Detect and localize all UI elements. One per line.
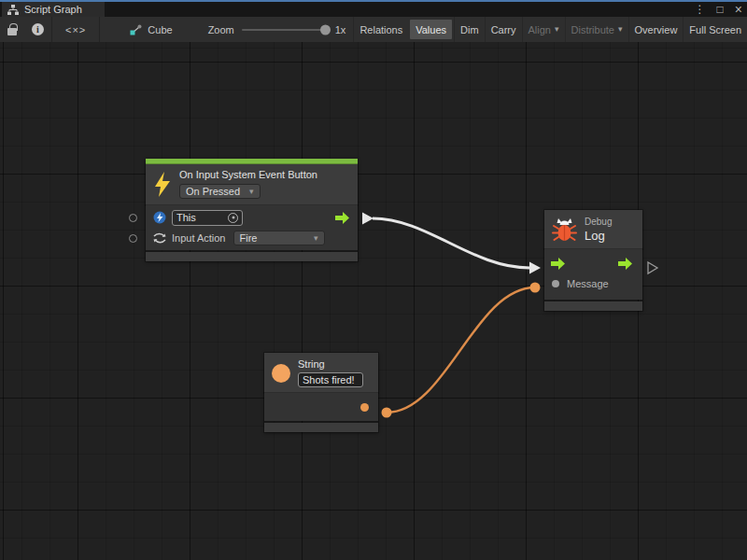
- graph-canvas[interactable]: On Input System Event Button On Pressed …: [0, 42, 747, 560]
- string-node-footer: [264, 423, 378, 432]
- string-node-body: [264, 393, 378, 421]
- value-connection-end-dot[interactable]: [530, 283, 541, 293]
- input-action-value: Fire: [240, 232, 258, 244]
- window-menu-icon[interactable]: ⋮: [695, 4, 706, 15]
- event-mode-dropdown[interactable]: On Pressed ▾: [179, 184, 261, 199]
- event-node-body: This Input Action Fire ▾: [146, 205, 358, 250]
- flow-connection-start-arrow[interactable]: [362, 213, 374, 225]
- string-output-port[interactable]: [360, 403, 369, 412]
- string-value-input[interactable]: [298, 372, 363, 387]
- chevron-down-icon: ▾: [618, 25, 623, 34]
- chevron-down-icon: ▾: [249, 188, 254, 196]
- zoom-value: 1x: [335, 24, 346, 35]
- input-action-dropdown[interactable]: Fire ▾: [233, 231, 325, 245]
- gameobject-icon: [153, 211, 166, 224]
- distribute-button[interactable]: Distribute ▾: [565, 17, 628, 42]
- graph-icon: [7, 5, 19, 15]
- toolbar-right-group: Relations Values Dim Carry Align ▾ Distr…: [353, 17, 747, 42]
- maximize-icon[interactable]: □: [717, 4, 724, 15]
- info-icon: i: [32, 23, 44, 35]
- input-action-input-port-ring[interactable]: [129, 234, 137, 243]
- lock-icon: [7, 28, 17, 35]
- lightning-icon: [153, 172, 172, 197]
- script-machine-icon: [130, 24, 142, 35]
- string-node-header[interactable]: String: [264, 353, 378, 393]
- flow-output-port[interactable]: [618, 258, 633, 270]
- close-icon[interactable]: ×: [735, 3, 742, 16]
- inspect-button[interactable]: i: [24, 17, 51, 42]
- input-action-label: Input Action: [172, 232, 226, 244]
- log-message-row: Message: [544, 273, 642, 294]
- bug-icon: [552, 217, 577, 242]
- lock-button[interactable]: [0, 17, 24, 42]
- distribute-label: Distribute: [571, 24, 614, 35]
- message-input-port[interactable]: [552, 280, 559, 287]
- object-picker-icon[interactable]: [228, 213, 238, 223]
- this-object-field[interactable]: This: [172, 210, 243, 226]
- event-node-footer: [146, 252, 358, 261]
- log-node-footer: [544, 301, 642, 311]
- values-button[interactable]: Values: [410, 20, 452, 39]
- node-debug-log[interactable]: Debug Log Message: [544, 210, 642, 311]
- node-on-input-system-event-button[interactable]: On Input System Event Button On Pressed …: [146, 159, 358, 261]
- overview-button[interactable]: Overview: [628, 17, 684, 42]
- event-node-header[interactable]: On Input System Event Button On Pressed …: [146, 164, 358, 205]
- fullscreen-button[interactable]: Full Screen: [683, 17, 747, 42]
- log-node-category: Debug: [585, 217, 612, 227]
- graph-owner-label: Cube: [148, 24, 172, 35]
- log-flow-row: [544, 253, 642, 273]
- relations-button[interactable]: Relations: [353, 17, 408, 42]
- window-controls: ⋮ □ ×: [695, 2, 742, 17]
- event-mode-value: On Pressed: [186, 186, 240, 197]
- log-node-title: Log: [585, 229, 612, 243]
- zoom-control: Zoom 1x: [201, 17, 354, 42]
- node-string-literal[interactable]: String: [264, 353, 378, 432]
- value-connection-start-dot[interactable]: [382, 408, 392, 418]
- unconnected-flow-arrow[interactable]: [648, 262, 657, 273]
- this-input-port-ring[interactable]: [129, 214, 137, 222]
- align-button[interactable]: Align ▾: [522, 17, 565, 42]
- input-action-icon: [153, 232, 166, 244]
- string-node-title: String: [298, 358, 325, 370]
- flow-connection-end-arrow: [529, 262, 541, 274]
- zoom-label: Zoom: [208, 24, 234, 35]
- log-node-header[interactable]: Debug Log: [544, 210, 642, 249]
- zoom-slider-handle[interactable]: [320, 24, 331, 35]
- event-node-title: On Input System Event Button: [179, 169, 317, 180]
- dim-button[interactable]: Dim: [454, 17, 485, 42]
- this-port-row: This: [146, 207, 358, 228]
- input-action-port-row: Input Action Fire ▾: [146, 228, 358, 248]
- tab-script-graph[interactable]: Script Graph: [2, 2, 105, 17]
- graph-toolbar: i <×> Cube Zoom 1x Relations Values Dim …: [0, 17, 747, 42]
- graph-owner-button[interactable]: Cube: [122, 17, 179, 42]
- carry-button[interactable]: Carry: [485, 17, 522, 42]
- string-type-icon: [272, 364, 290, 383]
- tab-label: Script Graph: [24, 4, 82, 15]
- flow-input-port[interactable]: [551, 258, 566, 270]
- chevron-down-icon: ▾: [555, 25, 559, 34]
- flow-output-port[interactable]: [335, 212, 350, 224]
- flow-connection-wire[interactable]: [373, 218, 529, 268]
- zoom-slider[interactable]: [242, 29, 328, 31]
- code-preview-button[interactable]: <×>: [52, 17, 99, 42]
- log-node-body: Message: [544, 249, 642, 300]
- titlebar: Script Graph ⋮ □ ×: [0, 2, 747, 17]
- align-label: Align: [529, 24, 551, 35]
- this-value: This: [176, 212, 196, 223]
- toolbar-separator: [99, 17, 100, 42]
- message-label: Message: [567, 278, 609, 289]
- chevron-down-icon: ▾: [314, 234, 318, 243]
- value-connection-wire[interactable]: [387, 287, 535, 413]
